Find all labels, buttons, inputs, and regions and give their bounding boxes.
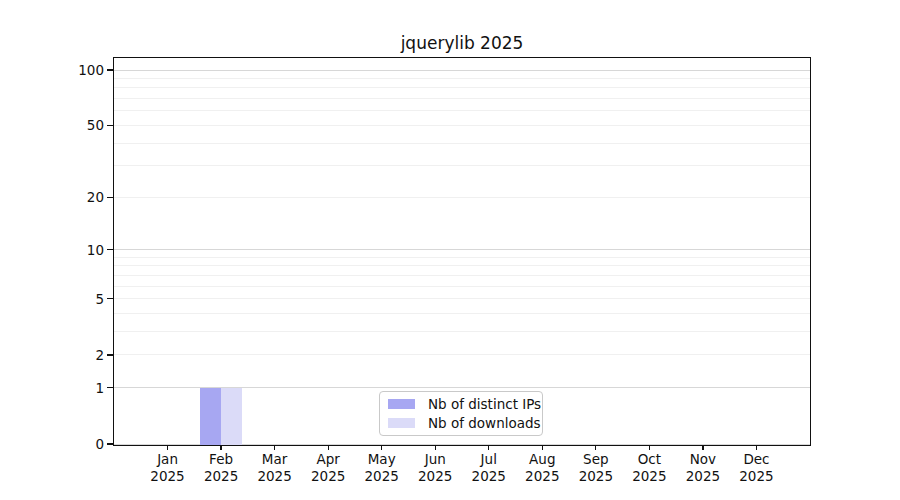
- gridline-minor: [114, 110, 810, 111]
- y-tick: [107, 125, 114, 126]
- y-tick: [107, 197, 114, 198]
- y-tick-label: 2: [34, 346, 104, 364]
- gridline-minor: [114, 354, 810, 355]
- y-tick-label: 5: [34, 290, 104, 308]
- gridline-minor: [114, 125, 810, 126]
- x-tick-label: Feb 2025: [193, 451, 249, 484]
- x-tick: [595, 445, 596, 450]
- y-tick-label: 0: [34, 435, 104, 453]
- gridline-minor: [114, 197, 810, 198]
- y-tick: [107, 69, 114, 70]
- x-tick: [756, 445, 757, 450]
- chart-figure: jquerylib 2025 0125102050100 Jan 2025Feb…: [0, 0, 900, 500]
- x-tick-label: Nov 2025: [675, 451, 731, 484]
- x-tick: [702, 445, 703, 450]
- x-tick-label: Jan 2025: [140, 451, 196, 484]
- plot-area: [114, 58, 810, 445]
- x-tick: [488, 445, 489, 450]
- x-tick: [274, 445, 275, 450]
- x-tick: [649, 445, 650, 450]
- x-tick-label: May 2025: [354, 451, 410, 484]
- x-tick-label: Jun 2025: [407, 451, 463, 484]
- gridline-minor: [114, 98, 810, 99]
- legend-item: Nb of downloads: [380, 414, 542, 434]
- y-tick: [107, 354, 114, 355]
- y-tick-label: 100: [34, 61, 104, 79]
- x-tick: [542, 445, 543, 450]
- y-tick-label: 50: [34, 116, 104, 134]
- gridline-minor: [114, 143, 810, 144]
- legend: Nb of distinct IPsNb of downloads: [379, 391, 543, 436]
- gridline-minor: [114, 257, 810, 258]
- y-tick: [107, 249, 114, 250]
- x-tick: [381, 445, 382, 450]
- y-tick-label: 20: [34, 188, 104, 206]
- y-tick: [107, 443, 114, 444]
- y-tick: [107, 298, 114, 299]
- chart-title: jquerylib 2025: [114, 33, 810, 53]
- gridline-minor: [114, 275, 810, 276]
- gridline-minor: [114, 165, 810, 166]
- gridline-major: [114, 249, 810, 250]
- legend-item: Nb of distinct IPs: [380, 394, 542, 414]
- gridline-minor: [114, 286, 810, 287]
- gridline-minor: [114, 313, 810, 314]
- legend-swatch-nb-of-distinct-ips: [388, 399, 415, 409]
- legend-label: Nb of downloads: [428, 415, 541, 431]
- x-tick-label: Sep 2025: [568, 451, 624, 484]
- x-tick-label: Mar 2025: [247, 451, 303, 484]
- x-tick: [220, 445, 221, 450]
- gridline-minor: [114, 87, 810, 88]
- x-tick: [167, 445, 168, 450]
- legend-swatch-nb-of-downloads: [388, 418, 415, 428]
- x-tick: [328, 445, 329, 450]
- x-tick-label: Apr 2025: [300, 451, 356, 484]
- bar-nb-of-downloads: [221, 388, 242, 445]
- y-tick-label: 1: [34, 379, 104, 397]
- x-tick: [435, 445, 436, 450]
- gridline-minor: [114, 331, 810, 332]
- x-tick-label: Dec 2025: [728, 451, 784, 484]
- gridline-minor: [114, 265, 810, 266]
- y-tick: [107, 387, 114, 388]
- x-tick-label: Jul 2025: [461, 451, 517, 484]
- gridline-minor: [114, 78, 810, 79]
- y-tick-label: 10: [34, 241, 104, 259]
- bar-nb-of-distinct-ips: [200, 388, 221, 445]
- x-tick-label: Oct 2025: [621, 451, 677, 484]
- gridline-major: [114, 70, 810, 71]
- legend-label: Nb of distinct IPs: [428, 396, 541, 412]
- x-tick-label: Aug 2025: [514, 451, 570, 484]
- gridline-minor: [114, 298, 810, 299]
